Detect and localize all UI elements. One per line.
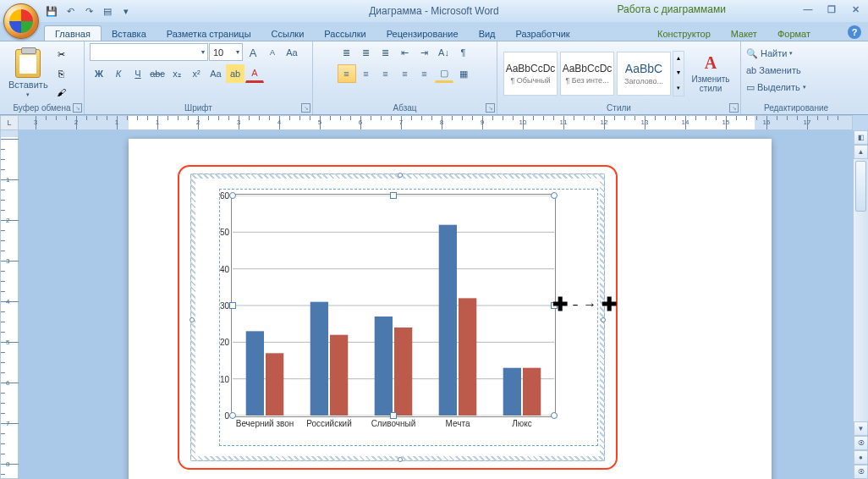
- paragraph-launcher[interactable]: ↘: [486, 103, 495, 113]
- tab-references[interactable]: Ссылки: [261, 26, 315, 41]
- subscript-button[interactable]: x₂: [168, 64, 186, 83]
- browse-select[interactable]: ●: [854, 450, 868, 465]
- align-right[interactable]: ≡: [376, 64, 395, 83]
- svg-rect-9: [310, 302, 328, 416]
- tab-review[interactable]: Рецензирование: [376, 26, 469, 41]
- increase-indent[interactable]: ⇥: [415, 43, 434, 62]
- plot-handle-l[interactable]: [229, 302, 236, 309]
- shrink-font[interactable]: A: [263, 43, 282, 62]
- tab-chart-layout[interactable]: Макет: [721, 26, 767, 41]
- ruler-corner[interactable]: L: [0, 115, 19, 130]
- select-button[interactable]: ▭Выделить▾: [746, 80, 806, 94]
- plot-handle-br[interactable]: [551, 412, 558, 419]
- tab-view[interactable]: Вид: [469, 26, 506, 41]
- plot-handle-tr[interactable]: [551, 192, 558, 199]
- plot-handle-t[interactable]: [390, 192, 397, 199]
- replace-button[interactable]: abЗаменить: [746, 63, 801, 77]
- vertical-scrollbar[interactable]: ◧ ▲ ▼ ⦿ ● ⦿: [853, 130, 868, 479]
- cut-button[interactable]: ✂: [53, 47, 70, 63]
- font-color-button[interactable]: A: [245, 64, 264, 83]
- strike-button[interactable]: abc: [148, 64, 167, 83]
- font-launcher[interactable]: ↘: [301, 103, 310, 113]
- font-name-combo[interactable]: [90, 43, 208, 61]
- align-center[interactable]: ≡: [357, 64, 376, 83]
- plot-handle-b[interactable]: [390, 412, 397, 419]
- shading-button[interactable]: ▢: [435, 64, 453, 83]
- qat-undo[interactable]: ↶: [63, 3, 78, 19]
- group-paragraph: ≣ ≣ ≣ ⇤ ⇥ A↓ ¶ ≡ ≡ ≡ ≡ ≡ ▢ ▦ Абзац ↘: [313, 41, 497, 114]
- change-case-button[interactable]: Aa: [206, 64, 225, 83]
- scroll-up[interactable]: ▲: [854, 145, 868, 159]
- borders-button[interactable]: ▦: [454, 64, 473, 83]
- tab-chart-format[interactable]: Формат: [767, 26, 821, 41]
- tab-developer[interactable]: Разработчик: [506, 26, 580, 41]
- browse-prev[interactable]: ⦿: [854, 436, 868, 450]
- styles-launcher[interactable]: ↘: [729, 103, 739, 113]
- qat-quickprint[interactable]: ▤: [100, 3, 115, 19]
- bullets-button[interactable]: ≣: [338, 43, 356, 62]
- plot-handle-bl[interactable]: [229, 412, 236, 419]
- tab-insert[interactable]: Вставка: [102, 26, 157, 41]
- align-left[interactable]: ≡: [338, 64, 356, 83]
- font-size-combo[interactable]: 10: [209, 43, 243, 61]
- chart-plot-area[interactable]: 0102030405060Вечерний звонРоссийскийСлив…: [233, 195, 554, 416]
- tab-chart-design[interactable]: Конструктор: [647, 26, 721, 41]
- svg-rect-8: [266, 353, 283, 416]
- tab-home[interactable]: Главная: [44, 25, 102, 41]
- find-button[interactable]: 🔍Найти▾: [746, 47, 793, 60]
- qat-redo[interactable]: ↷: [81, 3, 96, 19]
- horizontal-ruler[interactable]: 3211234567891011121314151617: [19, 115, 853, 130]
- tab-layout[interactable]: Разметка страницы: [157, 26, 261, 41]
- select-icon: ▭: [746, 82, 755, 93]
- change-styles-button[interactable]: A Изменить стили: [686, 52, 735, 95]
- scroll-down[interactable]: ▼: [854, 421, 868, 436]
- decrease-indent[interactable]: ⇤: [396, 43, 415, 62]
- svg-rect-16: [523, 368, 541, 416]
- sort-button[interactable]: A↓: [435, 43, 453, 62]
- browse-next[interactable]: ⦿: [854, 465, 868, 479]
- clear-formatting[interactable]: Aa: [283, 43, 301, 62]
- maximize-button[interactable]: ❐: [824, 3, 839, 15]
- italic-button[interactable]: К: [109, 64, 128, 83]
- styles-scroll-down[interactable]: ▼: [673, 69, 684, 75]
- show-marks[interactable]: ¶: [454, 43, 473, 62]
- office-button[interactable]: [3, 3, 39, 39]
- line-spacing[interactable]: ≡: [415, 64, 434, 83]
- paste-icon: [15, 49, 41, 78]
- styles-more[interactable]: ▾: [673, 85, 684, 91]
- multilevel-button[interactable]: ≣: [376, 43, 395, 62]
- style-heading1[interactable]: AaBbC Заголово...: [617, 52, 671, 96]
- close-button[interactable]: ✕: [848, 3, 863, 15]
- styles-scroll-up[interactable]: ▲: [673, 55, 684, 61]
- plot-handle-tl[interactable]: [229, 192, 236, 199]
- chart-object[interactable]: 0102030405060Вечерний звонРоссийскийСлив…: [190, 173, 605, 461]
- align-justify[interactable]: ≡: [396, 64, 415, 83]
- grow-font[interactable]: A: [244, 43, 262, 62]
- cursor-target-icon: ✚: [602, 294, 617, 316]
- qat-customize[interactable]: ▾: [118, 3, 134, 19]
- styles-gallery[interactable]: AaBbCcDc ¶ Обычный AaBbCcDc ¶ Без инте..…: [503, 51, 684, 96]
- bold-button[interactable]: Ж: [90, 64, 108, 83]
- highlight-button[interactable]: ab: [226, 64, 244, 83]
- svg-rect-10: [330, 335, 348, 416]
- style-no-spacing[interactable]: AaBbCcDc ¶ Без инте...: [560, 52, 614, 96]
- qat-save[interactable]: 💾: [44, 3, 59, 19]
- paste-button[interactable]: Вставить ▾: [5, 47, 52, 100]
- numbering-button[interactable]: ≣: [357, 43, 376, 62]
- tab-mailings[interactable]: Рассылки: [314, 26, 376, 41]
- scroll-thumb[interactable]: [855, 161, 866, 212]
- underline-button[interactable]: Ч: [129, 64, 147, 83]
- help-button[interactable]: ?: [848, 25, 861, 39]
- ruler-toggle[interactable]: ◧: [854, 130, 868, 145]
- copy-button[interactable]: ⎘: [53, 65, 70, 82]
- superscript-button[interactable]: x²: [187, 64, 206, 83]
- group-styles-label: Стили: [503, 103, 735, 114]
- vertical-ruler[interactable]: 123456789: [0, 130, 19, 479]
- window-buttons: — ❐ ✕: [800, 3, 863, 15]
- minimize-button[interactable]: —: [800, 3, 816, 15]
- group-font: 10 A A Aa Ж К Ч abc x₂ x² Aa ab A Шрифт …: [85, 41, 313, 114]
- group-editing-label: Редактирование: [746, 103, 846, 114]
- clipboard-launcher[interactable]: ↘: [73, 103, 82, 113]
- format-painter-button[interactable]: 🖌: [53, 84, 70, 101]
- style-normal[interactable]: AaBbCcDc ¶ Обычный: [503, 52, 558, 96]
